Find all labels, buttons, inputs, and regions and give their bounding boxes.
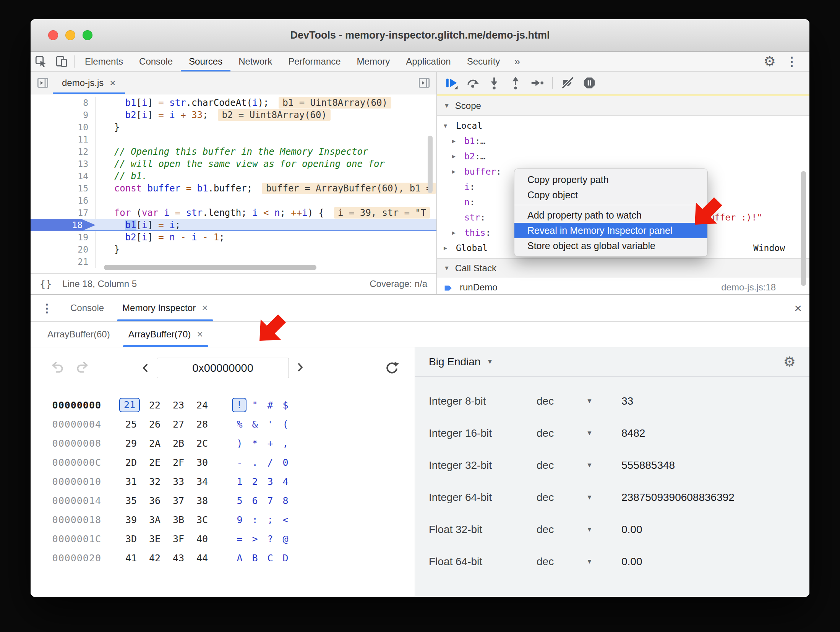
code-line-19[interactable]: 19b2[i] = n - i - 1;: [31, 231, 436, 243]
more-tabs-chevron-icon[interactable]: »: [508, 52, 526, 71]
call-stack-frame[interactable]: runDemo demo-js.js:18: [437, 278, 809, 294]
dropdown-caret-icon[interactable]: ▼: [586, 429, 617, 437]
ascii-char[interactable]: !: [232, 398, 246, 412]
code-line-8[interactable]: 8b1[i] = str.charCodeAt(i);b1 = Uint8Arr…: [31, 97, 436, 109]
hex-byte[interactable]: 40: [190, 533, 214, 544]
ascii-char[interactable]: 2: [247, 476, 263, 487]
code-line-13[interactable]: 13// will open the same view as for open…: [31, 158, 436, 170]
value-format-select[interactable]: dec: [537, 459, 586, 472]
ascii-char[interactable]: 6: [247, 495, 263, 506]
scope-row-b2[interactable]: ▶b2: …: [437, 149, 809, 164]
editor-vertical-scrollbar[interactable]: [428, 136, 433, 193]
hex-byte[interactable]: 3E: [143, 533, 167, 544]
undo-icon[interactable]: [50, 360, 65, 376]
value-format-select[interactable]: dec: [537, 427, 586, 439]
main-tab-console[interactable]: Console: [131, 52, 181, 71]
value-settings-gear-icon[interactable]: ⚙: [783, 355, 796, 369]
main-tab-application[interactable]: Application: [398, 52, 459, 71]
hex-byte[interactable]: 24: [190, 400, 214, 411]
hex-byte[interactable]: 33: [167, 476, 190, 487]
step-into-icon[interactable]: [485, 75, 503, 91]
main-tab-elements[interactable]: Elements: [77, 52, 131, 71]
buffer-tab-arraybuffer-60[interactable]: ArrayBuffer(60): [38, 322, 119, 347]
pretty-print-icon[interactable]: {}: [40, 278, 52, 290]
ascii-char[interactable]: A: [232, 553, 247, 564]
hex-byte[interactable]: 37: [167, 495, 190, 506]
dropdown-caret-icon[interactable]: ▼: [586, 526, 617, 533]
buffer-tab-arraybuffer-70[interactable]: ArrayBuffer(70)×: [119, 322, 212, 347]
ascii-char[interactable]: <: [278, 514, 293, 525]
close-tab-icon[interactable]: ×: [202, 302, 208, 314]
ascii-char[interactable]: 8: [278, 495, 293, 506]
menu-item-add-property-path-to-watch[interactable]: Add property path to watch: [514, 207, 707, 223]
hex-byte[interactable]: 2C: [190, 438, 214, 449]
kebab-menu-icon[interactable]: ⋮: [786, 55, 798, 68]
close-drawer-icon[interactable]: ×: [794, 301, 802, 316]
menu-item-copy-object[interactable]: Copy object: [514, 187, 707, 203]
hex-grid[interactable]: 0000000021222324!"#$0000000425262728%&'(…: [31, 395, 415, 567]
hex-byte[interactable]: 27: [167, 419, 190, 430]
sidebar-vertical-scrollbar[interactable]: [801, 171, 806, 286]
hex-byte[interactable]: 21: [119, 398, 140, 412]
ascii-char[interactable]: *: [247, 438, 263, 449]
hex-byte[interactable]: 31: [119, 476, 143, 487]
device-toolbar-icon[interactable]: [51, 52, 72, 71]
menu-item-copy-property-path[interactable]: Copy property path: [514, 172, 707, 187]
hex-byte[interactable]: 44: [190, 553, 214, 564]
horizontal-scrollbar[interactable]: [104, 265, 316, 270]
drawer-tab-console[interactable]: Console: [61, 295, 113, 321]
zoom-window-button[interactable]: [83, 30, 92, 40]
ascii-char[interactable]: ?: [263, 533, 278, 544]
show-navigator-icon[interactable]: [37, 77, 49, 89]
ascii-char[interactable]: 9: [232, 514, 247, 525]
main-tab-network[interactable]: Network: [230, 52, 280, 71]
ascii-char[interactable]: ): [232, 438, 247, 449]
ascii-char[interactable]: .: [247, 457, 263, 468]
dropdown-caret-icon[interactable]: ▼: [586, 462, 617, 469]
ascii-char[interactable]: =: [232, 533, 247, 544]
hex-byte[interactable]: 26: [143, 419, 167, 430]
ascii-char[interactable]: 4: [278, 476, 293, 487]
ascii-char[interactable]: &: [247, 419, 263, 430]
ascii-char[interactable]: -: [232, 457, 247, 468]
resume-script-icon[interactable]: [442, 75, 461, 91]
value-format-select[interactable]: dec: [537, 556, 586, 568]
hex-byte[interactable]: 38: [190, 495, 214, 506]
inspect-icon[interactable]: [31, 52, 51, 71]
step-over-icon[interactable]: [464, 75, 482, 91]
hex-byte[interactable]: 28: [190, 419, 214, 430]
drawer-tab-memory-inspector[interactable]: Memory Inspector×: [113, 295, 217, 321]
refresh-icon[interactable]: [385, 361, 399, 375]
code-line-11[interactable]: 11: [31, 133, 436, 146]
file-tab-demo-js[interactable]: demo-js.js ×: [53, 72, 125, 94]
hex-byte[interactable]: 32: [143, 476, 167, 487]
hex-byte[interactable]: 2E: [143, 457, 167, 468]
hex-byte[interactable]: 2A: [143, 438, 167, 449]
close-window-button[interactable]: [48, 30, 58, 40]
ascii-char[interactable]: 1: [232, 476, 247, 487]
hex-byte[interactable]: 3D: [119, 533, 143, 544]
minimize-window-button[interactable]: [65, 30, 75, 40]
ascii-char[interactable]: >: [247, 533, 263, 544]
ascii-char[interactable]: (: [278, 419, 293, 430]
code-line-17[interactable]: 17for (var i = str.length; i < n; ++i) {…: [31, 207, 436, 219]
main-tab-performance[interactable]: Performance: [280, 52, 349, 71]
ascii-char[interactable]: +: [263, 438, 278, 449]
previous-page-chevron-icon[interactable]: [140, 362, 151, 374]
code-line-9[interactable]: 9b2[i] = i + 33;b2 = Uint8Array(60): [31, 109, 436, 121]
address-input[interactable]: [157, 358, 289, 378]
ascii-char[interactable]: ;: [263, 514, 278, 525]
ascii-char[interactable]: %: [232, 419, 247, 430]
settings-gear-icon[interactable]: ⚙: [764, 55, 776, 68]
deactivate-breakpoints-icon[interactable]: [559, 75, 577, 91]
ascii-char[interactable]: /: [263, 457, 278, 468]
hex-byte[interactable]: 2D: [119, 457, 143, 468]
step-out-icon[interactable]: [506, 75, 525, 91]
code-line-15[interactable]: 15const buffer = b1.buffer;buffer = Arra…: [31, 182, 436, 194]
hex-byte[interactable]: 43: [167, 553, 190, 564]
hex-byte[interactable]: 23: [167, 400, 190, 411]
ascii-char[interactable]: ,: [278, 438, 293, 449]
ascii-char[interactable]: 3: [263, 476, 278, 487]
step-icon[interactable]: [528, 75, 546, 91]
ascii-char[interactable]: ": [247, 400, 263, 411]
